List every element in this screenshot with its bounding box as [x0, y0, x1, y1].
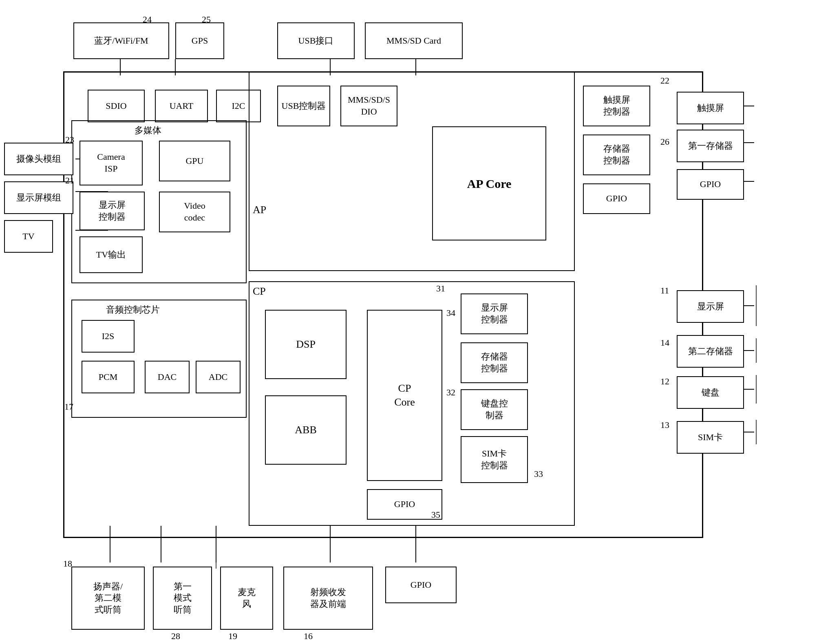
num-26: 26 — [660, 137, 669, 147]
gpio-ap-label: GPIO — [606, 193, 627, 205]
touch-controller-label: 触摸屏 控制器 — [603, 94, 630, 117]
touch-screen-label: 触摸屏 — [697, 102, 724, 114]
gpio-ap-box: GPIO — [583, 183, 650, 214]
abb-label: ABB — [295, 423, 316, 437]
usb-port-box: USB接口 — [277, 22, 355, 59]
num-32: 32 — [446, 387, 455, 398]
bluetooth-wifi-fm-label: 蓝牙/WiFi/FM — [94, 35, 148, 47]
microphone-label: 麦克 风 — [238, 587, 256, 610]
microphone-box: 麦克 风 — [220, 567, 273, 630]
usb-port-label: USB接口 — [298, 35, 334, 47]
gpio-bottom-box: GPIO — [385, 567, 457, 603]
ap-label: AP — [253, 204, 266, 216]
num-23: 23 — [65, 135, 74, 145]
sim-card-box: SIM卡 — [677, 421, 744, 454]
keyboard-controller-label: 键盘控 制器 — [481, 398, 508, 421]
second-memory-label: 第二存储器 — [688, 346, 733, 357]
gpio-ext1-label: GPIO — [700, 179, 721, 190]
memory-controller-ap-box: 存储器 控制器 — [583, 135, 650, 175]
memory-controller-cp-label: 存储器 控制器 — [481, 351, 508, 374]
num-14: 14 — [660, 337, 669, 348]
camera-isp-box: Camera ISP — [79, 141, 143, 185]
num-24: 24 — [143, 14, 152, 25]
diagram: 蓝牙/WiFi/FM 24 GPS 25 USB接口 MMS/SD Card S… — [0, 0, 830, 644]
num-18: 18 — [63, 558, 72, 569]
camera-isp-label: Camera ISP — [97, 151, 125, 174]
num-35: 35 — [431, 509, 440, 520]
dac-box: DAC — [145, 361, 190, 393]
display-screen-box: 显示屏 — [677, 290, 744, 323]
gpio-bottom-label: GPIO — [411, 579, 431, 591]
i2s-box: I2S — [82, 320, 135, 353]
pcm-box: PCM — [82, 361, 135, 393]
second-memory-box: 第二存储器 — [677, 335, 744, 368]
display-screen-label: 显示屏 — [697, 301, 724, 313]
gps-label: GPS — [192, 35, 208, 47]
num-33: 33 — [534, 469, 543, 479]
sdio-box: SDIO — [88, 90, 145, 122]
keyboard-controller-box: 键盘控 制器 — [461, 389, 528, 430]
num-13: 13 — [660, 420, 669, 430]
rf-transceiver-box: 射频收发 器及前端 — [283, 567, 373, 630]
display-controller-cp-box: 显示屏 控制器 — [461, 293, 528, 334]
keyboard-label: 键盘 — [702, 387, 720, 399]
uart-label: UART — [170, 100, 194, 112]
i2s-label: I2S — [102, 331, 115, 342]
i2c-label: I2C — [232, 100, 245, 112]
bluetooth-wifi-fm-box: 蓝牙/WiFi/FM — [73, 22, 169, 59]
num-22: 22 — [660, 75, 669, 86]
gpio-cp-label: GPIO — [394, 498, 415, 510]
audio-section — [71, 300, 247, 418]
display-module-box: 显示屏模组 — [4, 181, 73, 214]
multimedia-label: 多媒体 — [135, 124, 161, 137]
touch-screen-box: 触摸屏 — [677, 92, 744, 124]
sim-controller-box: SIM卡 控制器 — [461, 436, 528, 483]
ap-core-box: AP Core — [432, 126, 546, 240]
video-codec-box: Video codec — [159, 192, 230, 232]
display-controller-ap-label: 显示屏 控制器 — [99, 199, 126, 223]
mms-sd-card-label: MMS/SD Card — [386, 35, 441, 47]
ap-core-label: AP Core — [467, 176, 512, 192]
abb-box: ABB — [265, 395, 347, 465]
gpio-ext1-box: GPIO — [677, 169, 744, 200]
cp-core-box: CP Core — [367, 310, 442, 481]
adc-box: ADC — [196, 361, 241, 393]
speaker-earpiece-box: 扬声器/ 第二模 式听筒 — [71, 567, 145, 630]
keyboard-box: 键盘 — [677, 376, 744, 409]
tv-box: TV — [4, 220, 53, 253]
display-module-label: 显示屏模组 — [16, 192, 61, 204]
sdio-label: SDIO — [106, 100, 126, 112]
tv-output-label: TV输出 — [96, 249, 126, 261]
num-11: 11 — [660, 285, 669, 296]
camera-module-box: 摄像头模组 — [4, 143, 73, 175]
num-19: 19 — [228, 631, 237, 642]
camera-module-label: 摄像头模组 — [16, 153, 61, 165]
num-28: 28 — [171, 631, 180, 642]
num-21: 21 — [65, 175, 74, 186]
num-17: 17 — [64, 401, 73, 412]
uart-box: UART — [155, 90, 208, 122]
adc-label: ADC — [209, 371, 227, 383]
video-codec-label: Video codec — [184, 200, 205, 223]
num-34: 34 — [446, 308, 455, 318]
mms-sd-card-box: MMS/SD Card — [365, 22, 463, 59]
first-mode-earpiece-label: 第一 模式 听筒 — [174, 581, 192, 616]
pcm-label: PCM — [99, 371, 117, 383]
sim-card-label: SIM卡 — [698, 432, 723, 443]
num-31: 31 — [436, 283, 445, 294]
rf-transceiver-label: 射频收发 器及前端 — [310, 587, 346, 610]
dsp-label: DSP — [296, 337, 316, 351]
gps-box: GPS — [175, 22, 224, 59]
touch-controller-box: 触摸屏 控制器 — [583, 86, 650, 126]
tv-output-box: TV输出 — [79, 236, 143, 273]
first-mode-earpiece-box: 第一 模式 听筒 — [153, 567, 212, 630]
first-memory-label: 第一存储器 — [688, 140, 733, 152]
sim-controller-label: SIM卡 控制器 — [481, 448, 508, 471]
memory-controller-cp-box: 存储器 控制器 — [461, 342, 528, 383]
dac-label: DAC — [158, 371, 177, 383]
tv-label: TV — [22, 231, 34, 243]
num-16: 16 — [304, 631, 313, 642]
gpu-label: GPU — [185, 155, 203, 167]
gpu-box: GPU — [159, 141, 230, 181]
audio-chip-label: 音频控制芯片 — [106, 304, 160, 316]
